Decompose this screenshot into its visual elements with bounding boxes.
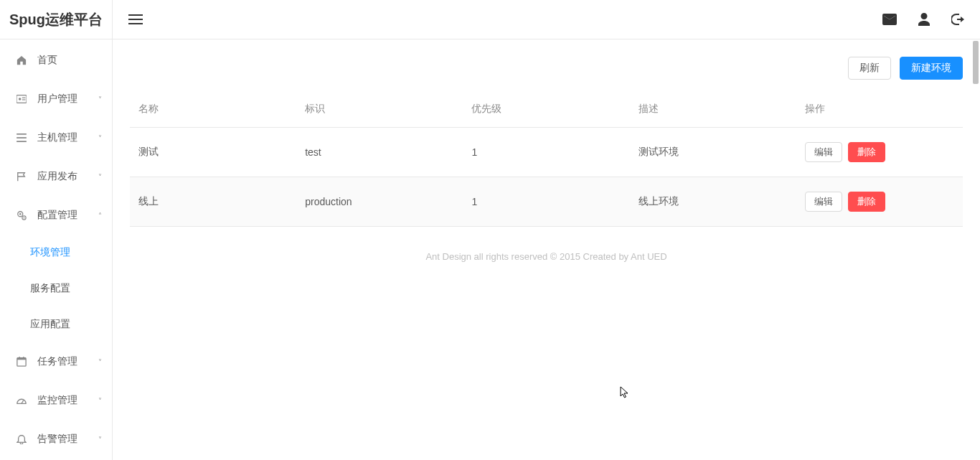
sidebar-submenu-2[interactable]: 主机管理˅ xyxy=(0,118,112,157)
sidebar-submenu-3[interactable]: 应用发布˅ xyxy=(0,157,112,196)
chevron-down-icon: ˅ xyxy=(98,134,102,142)
chevron-down-icon: ˅ xyxy=(98,436,102,443)
svg-rect-5 xyxy=(17,137,27,139)
dashboard-icon xyxy=(16,396,27,405)
env-table: 名称 标识 优先级 描述 操作 测试 test 1 测试环境 编辑 删除 线上 … xyxy=(130,91,963,227)
sidebar-menu: 首页用户管理˅主机管理˅应用发布˅配置管理˄环境管理服务配置应用配置任务管理˅监… xyxy=(0,39,112,459)
content: 刷新 新建环境 名称 标识 优先级 描述 操作 xyxy=(113,39,980,244)
cell-action: 编辑 删除 xyxy=(796,177,963,227)
chevron-down-icon: ˅ xyxy=(98,397,102,405)
home-icon xyxy=(16,55,27,65)
badge-icon xyxy=(16,95,27,103)
svg-rect-12 xyxy=(17,358,26,360)
bell-icon xyxy=(16,434,27,444)
cell-desc: 测试环境 xyxy=(630,128,796,177)
gears-icon xyxy=(16,210,27,220)
sidebar-subitem-4-2[interactable]: 应用配置 xyxy=(0,306,112,342)
delete-button[interactable]: 删除 xyxy=(848,192,885,212)
header-actions xyxy=(882,13,964,26)
svg-rect-13 xyxy=(19,357,20,359)
sidebar-submenu-4[interactable]: 配置管理˄ xyxy=(0,196,112,235)
footer: Ant Design all rights reserved © 2015 Cr… xyxy=(113,244,980,262)
calendar-icon xyxy=(16,357,27,367)
sidebar-subitem-4-0[interactable]: 环境管理 xyxy=(0,235,112,271)
header xyxy=(113,0,980,39)
mail-icon[interactable] xyxy=(882,14,897,25)
sidebar-item-label: 首页 xyxy=(37,54,57,67)
sidebar-item-label: 任务管理 xyxy=(37,355,77,368)
scrollbar-thumb[interactable] xyxy=(973,41,979,84)
table-row: 测试 test 1 测试环境 编辑 删除 xyxy=(130,128,963,177)
col-key: 标识 xyxy=(296,91,463,128)
create-env-button[interactable]: 新建环境 xyxy=(900,57,963,80)
svg-rect-2 xyxy=(22,98,26,98)
menu-toggle[interactable] xyxy=(128,14,143,24)
svg-point-1 xyxy=(19,98,22,100)
chevron-down-icon: ˅ xyxy=(98,358,102,366)
table-header-row: 名称 标识 优先级 描述 操作 xyxy=(130,91,963,128)
chevron-up-icon: ˄ xyxy=(98,212,102,220)
svg-rect-6 xyxy=(17,141,27,142)
sidebar-item-label: 用户管理 xyxy=(37,93,77,105)
svg-point-8 xyxy=(19,213,22,215)
svg-point-10 xyxy=(24,217,25,219)
svg-rect-3 xyxy=(22,99,26,100)
chevron-down-icon: ˅ xyxy=(98,173,102,181)
sidebar-item-label: 应用发布 xyxy=(37,170,77,183)
cell-name: 测试 xyxy=(130,128,296,177)
chevron-down-icon: ˅ xyxy=(98,95,102,103)
logo: Spug运维平台 xyxy=(0,0,112,39)
cell-action: 编辑 删除 xyxy=(796,128,963,177)
sidebar-subitem-4-1[interactable]: 服务配置 xyxy=(0,271,112,306)
sidebar: Spug运维平台 首页用户管理˅主机管理˅应用发布˅配置管理˄环境管理服务配置应… xyxy=(0,0,113,460)
svg-rect-14 xyxy=(23,357,24,359)
scrollbar[interactable] xyxy=(973,41,979,459)
create-env-button-label: 新建环境 xyxy=(911,62,951,75)
sidebar-item-label: 监控管理 xyxy=(37,394,77,407)
edit-button[interactable]: 编辑 xyxy=(805,192,842,212)
sidebar-item-label: 告警管理 xyxy=(37,433,77,446)
col-desc: 描述 xyxy=(630,91,796,128)
cell-key: production xyxy=(296,177,463,227)
svg-rect-4 xyxy=(17,133,27,135)
logo-text: Spug运维平台 xyxy=(9,10,103,29)
delete-button[interactable]: 删除 xyxy=(848,142,885,162)
sidebar-item-label: 主机管理 xyxy=(37,131,77,144)
sidebar-submenu-7[interactable]: 告警管理˅ xyxy=(0,420,112,459)
cell-priority: 1 xyxy=(463,177,629,227)
flag-icon xyxy=(16,172,27,182)
footer-text: Ant Design all rights reserved © 2015 Cr… xyxy=(425,251,666,262)
user-icon[interactable] xyxy=(918,13,930,26)
cell-name: 线上 xyxy=(130,177,296,227)
refresh-button[interactable]: 刷新 xyxy=(848,57,891,80)
table-row: 线上 production 1 线上环境 编辑 删除 xyxy=(130,177,963,227)
col-action: 操作 xyxy=(796,91,963,128)
logout-icon[interactable] xyxy=(951,14,964,25)
refresh-button-label: 刷新 xyxy=(859,62,880,75)
list-icon xyxy=(16,133,27,142)
sidebar-submenu-1[interactable]: 用户管理˅ xyxy=(0,80,112,118)
sidebar-submenu-6[interactable]: 监控管理˅ xyxy=(0,381,112,420)
svg-rect-0 xyxy=(17,95,27,103)
col-name: 名称 xyxy=(130,91,296,128)
edit-button[interactable]: 编辑 xyxy=(805,142,842,162)
col-priority: 优先级 xyxy=(463,91,629,128)
sidebar-item-0[interactable]: 首页 xyxy=(0,41,112,80)
sidebar-item-label: 配置管理 xyxy=(37,209,77,222)
sidebar-submenu-5[interactable]: 任务管理˅ xyxy=(0,342,112,381)
cell-priority: 1 xyxy=(463,128,629,177)
action-bar: 刷新 新建环境 xyxy=(130,57,963,80)
cell-desc: 线上环境 xyxy=(630,177,796,227)
cell-key: test xyxy=(296,128,463,177)
